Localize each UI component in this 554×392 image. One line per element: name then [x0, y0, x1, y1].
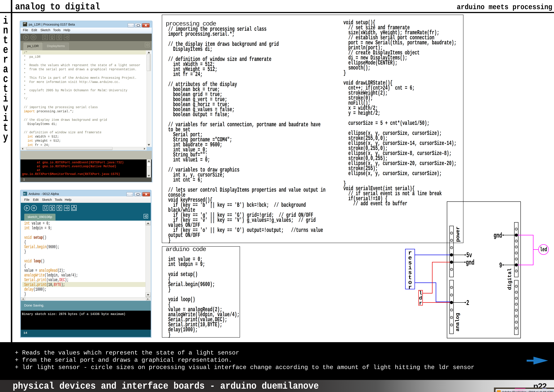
svg-text:power: power: [455, 226, 461, 242]
svg-text:9: 9: [499, 261, 502, 270]
svg-text:led: led: [540, 246, 547, 253]
svg-text:r: r: [419, 300, 422, 306]
svg-text:analog: analog: [455, 313, 461, 331]
svg-text:gnd: gnd: [494, 232, 502, 240]
svg-text:5v: 5v: [466, 251, 472, 259]
svg-text:digital: digital: [507, 268, 513, 290]
svg-text:gnd: gnd: [466, 259, 474, 267]
svg-text:r: r: [408, 284, 412, 291]
svg-text:2: 2: [466, 299, 469, 307]
